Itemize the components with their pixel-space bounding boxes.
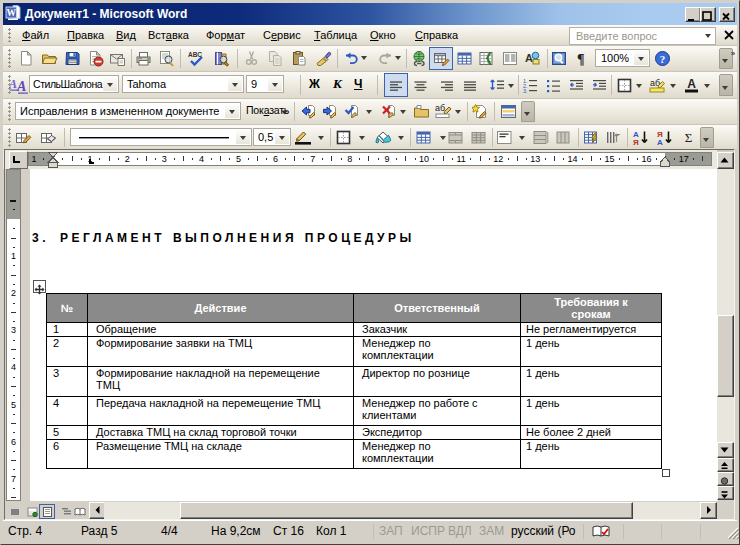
svg-text:9: 9 bbox=[384, 154, 389, 164]
svg-text:16: 16 bbox=[642, 154, 652, 164]
svg-text:7: 7 bbox=[310, 154, 315, 164]
svg-text:1: 1 bbox=[11, 251, 16, 261]
svg-text:10: 10 bbox=[419, 154, 429, 164]
svg-text:?: ? bbox=[660, 53, 666, 65]
svg-text:5: 5 bbox=[236, 154, 241, 164]
svg-text:4: 4 bbox=[11, 362, 16, 372]
svg-text:12: 12 bbox=[493, 154, 503, 164]
svg-text:А: А bbox=[657, 138, 663, 146]
svg-text:15: 15 bbox=[604, 154, 614, 164]
svg-text:А: А bbox=[525, 52, 533, 64]
svg-text:Я: Я bbox=[633, 138, 639, 146]
svg-text:17: 17 bbox=[679, 154, 689, 164]
svg-text:Σ: Σ bbox=[685, 130, 693, 145]
svg-text:7: 7 bbox=[11, 474, 16, 484]
svg-text:А: А bbox=[687, 77, 696, 91]
svg-text:¶: ¶ bbox=[577, 52, 585, 67]
svg-text:А: А bbox=[9, 77, 17, 91]
svg-text:АВС: АВС bbox=[188, 51, 202, 58]
svg-text:2: 2 bbox=[11, 288, 16, 298]
svg-text:3: 3 bbox=[11, 325, 16, 335]
svg-text:6: 6 bbox=[273, 154, 278, 164]
svg-text:11: 11 bbox=[456, 154, 465, 164]
svg-text:6: 6 bbox=[11, 437, 16, 447]
svg-text:4: 4 bbox=[199, 154, 204, 164]
svg-text:А: А bbox=[16, 79, 26, 94]
svg-text:2: 2 bbox=[125, 154, 130, 164]
svg-text:14: 14 bbox=[567, 154, 577, 164]
svg-text:W: W bbox=[6, 8, 16, 18]
svg-text:8: 8 bbox=[347, 154, 352, 164]
svg-text:аб: аб bbox=[435, 103, 445, 113]
svg-text:5: 5 bbox=[11, 400, 16, 410]
svg-text:3: 3 bbox=[162, 154, 167, 164]
svg-text:3.: 3. bbox=[523, 88, 528, 94]
svg-text:13: 13 bbox=[530, 154, 540, 164]
svg-text:1: 1 bbox=[31, 154, 36, 164]
